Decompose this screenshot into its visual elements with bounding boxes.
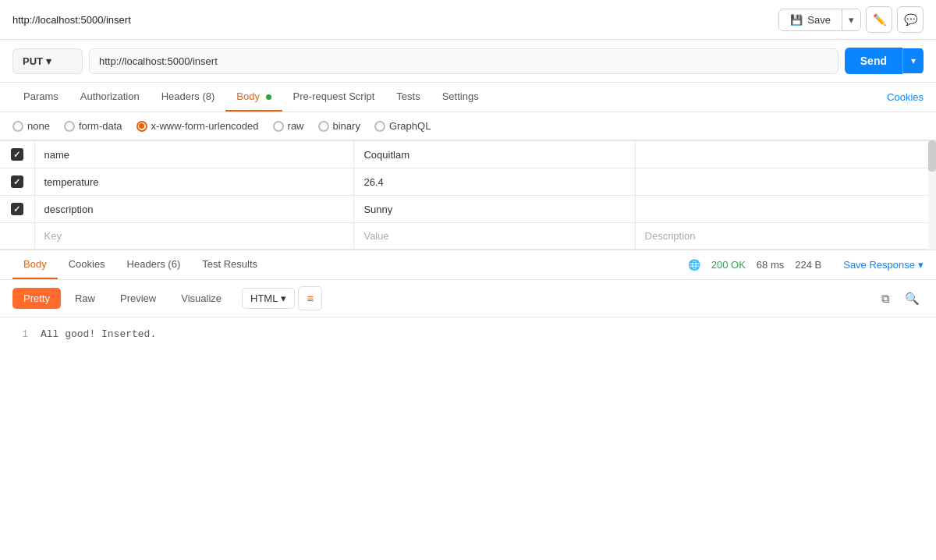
top-bar: http://localhost:5000/insert 💾 Save ▾ ✏️…: [0, 0, 936, 40]
row2-description: [635, 168, 936, 196]
view-tab-pretty[interactable]: Pretty: [12, 288, 61, 309]
resp-tab-headers[interactable]: Headers (6): [116, 250, 192, 279]
response-body: 1 All good! Inserted.: [0, 317, 936, 411]
table-row: ✓ name Coquitlam: [0, 141, 936, 168]
radio-none-circle: [12, 121, 23, 132]
radio-graphql-circle: [374, 121, 385, 132]
save-chevron-button[interactable]: ▾: [842, 9, 860, 30]
row1-check-icon: ✓: [13, 150, 20, 160]
comment-icon: 💬: [904, 13, 917, 26]
row1-description: [635, 141, 936, 168]
tab-body-dot: [266, 94, 271, 100]
tab-authorization[interactable]: Authorization: [69, 83, 151, 112]
view-tabs-row: Pretty Raw Preview Visualize HTML ▾ ≡ ⧉ …: [0, 280, 936, 317]
resp-tab-cookies[interactable]: Cookies: [58, 250, 116, 279]
copy-button[interactable]: ⧉: [874, 287, 897, 310]
radio-binary-label: binary: [333, 120, 360, 132]
placeholder-key[interactable]: Key: [34, 223, 354, 250]
row1-checkbox-cell[interactable]: ✓: [0, 141, 34, 168]
view-tab-preview[interactable]: Preview: [109, 288, 167, 309]
row2-checkbox-cell[interactable]: ✓: [0, 168, 34, 196]
row3-key[interactable]: description: [34, 196, 354, 223]
format-chevron-icon: ▾: [281, 292, 286, 304]
method-select[interactable]: PUT ▾: [12, 48, 83, 74]
tab-tests[interactable]: Tests: [385, 83, 431, 112]
radio-raw[interactable]: raw: [273, 120, 304, 132]
placeholder-checkbox-cell: [0, 223, 34, 250]
radio-none[interactable]: none: [12, 120, 50, 132]
row1-checkbox[interactable]: ✓: [11, 148, 23, 161]
cookies-link[interactable]: Cookies: [887, 83, 924, 111]
save-label: Save: [807, 14, 831, 26]
send-chevron-icon: ▾: [911, 55, 916, 66]
row3-value[interactable]: Sunny: [354, 196, 635, 223]
send-chevron-button[interactable]: ▾: [902, 48, 924, 73]
radio-x-www-circle: [136, 121, 147, 132]
copy-icon: ⧉: [881, 292, 890, 306]
search-icon: 🔍: [905, 292, 920, 306]
radio-form-data-circle: [64, 121, 75, 132]
comment-button[interactable]: 💬: [897, 6, 924, 33]
send-button[interactable]: Send: [845, 48, 902, 74]
save-icon: 💾: [790, 14, 803, 26]
save-button[interactable]: 💾 Save: [779, 9, 842, 30]
scrollbar-thumb[interactable]: [928, 140, 936, 172]
view-tab-visualize[interactable]: Visualize: [170, 288, 232, 309]
status-badge: 200 OK: [711, 259, 746, 271]
row2-check-icon: ✓: [13, 177, 20, 187]
search-button[interactable]: 🔍: [900, 287, 924, 310]
top-bar-actions: 💾 Save ▾ ✏️ 💬: [778, 6, 924, 33]
radio-x-www[interactable]: x-www-form-urlencoded: [136, 120, 259, 132]
tab-body-label: Body: [236, 90, 260, 102]
table-placeholder-row: Key Value Description: [0, 223, 936, 250]
table-row: ✓ description Sunny: [0, 196, 936, 223]
row2-key[interactable]: temperature: [34, 168, 354, 196]
response-size: 224 B: [795, 259, 821, 271]
save-button-group: 💾 Save ▾: [778, 9, 861, 31]
view-tab-raw[interactable]: Raw: [64, 288, 106, 309]
radio-form-data[interactable]: form-data: [64, 120, 122, 132]
resp-tab-body[interactable]: Body: [12, 250, 58, 279]
top-bar-url: http://localhost:5000/insert: [12, 14, 778, 26]
placeholder-description[interactable]: Description: [635, 223, 936, 250]
tab-headers[interactable]: Headers (8): [151, 83, 226, 112]
radio-none-label: none: [27, 120, 50, 132]
radio-raw-circle: [273, 121, 284, 132]
row2-value[interactable]: 26.4: [354, 168, 635, 196]
tab-params[interactable]: Params: [12, 83, 69, 112]
body-type-row: none form-data x-www-form-urlencoded raw…: [0, 112, 936, 140]
wrap-icon: ≡: [307, 292, 314, 305]
row3-checkbox[interactable]: ✓: [11, 203, 23, 215]
row3-check-icon: ✓: [13, 204, 20, 214]
radio-graphql[interactable]: GraphQL: [374, 120, 431, 132]
row1-value[interactable]: Coquitlam: [354, 141, 635, 168]
resp-tab-test-results[interactable]: Test Results: [191, 250, 268, 279]
wrap-button[interactable]: ≡: [298, 286, 322, 310]
tab-body[interactable]: Body: [225, 83, 282, 112]
params-table: ✓ name Coquitlam ✓ temperature: [0, 140, 936, 250]
edit-button[interactable]: ✏️: [866, 6, 892, 33]
radio-binary[interactable]: binary: [318, 120, 360, 132]
request-tabs: Params Authorization Headers (8) Body Pr…: [0, 83, 936, 112]
pencil-icon: ✏️: [873, 13, 886, 26]
scrollbar[interactable]: [928, 140, 936, 250]
save-response-chevron-icon: ▾: [918, 259, 924, 271]
format-select[interactable]: HTML ▾: [242, 288, 295, 309]
save-response-label: Save Response: [843, 259, 915, 271]
method-label: PUT: [23, 55, 43, 67]
response-tabs: Body Cookies Headers (6) Test Results 🌐 …: [0, 250, 936, 280]
chevron-down-icon: ▾: [849, 14, 854, 26]
row3-description: [635, 196, 936, 223]
row3-checkbox-cell[interactable]: ✓: [0, 196, 34, 223]
url-input[interactable]: [89, 48, 838, 74]
row1-key[interactable]: name: [34, 141, 354, 168]
tab-settings[interactable]: Settings: [431, 83, 490, 112]
radio-graphql-label: GraphQL: [389, 120, 431, 132]
tab-pre-request[interactable]: Pre-request Script: [282, 83, 386, 112]
row2-checkbox[interactable]: ✓: [11, 175, 23, 188]
save-response-button[interactable]: Save Response ▾: [832, 251, 924, 278]
request-line: PUT ▾ Send ▾: [0, 40, 936, 83]
response-line-1-text: All good! Inserted.: [41, 328, 156, 400]
placeholder-value[interactable]: Value: [354, 223, 635, 250]
radio-raw-label: raw: [288, 120, 304, 132]
